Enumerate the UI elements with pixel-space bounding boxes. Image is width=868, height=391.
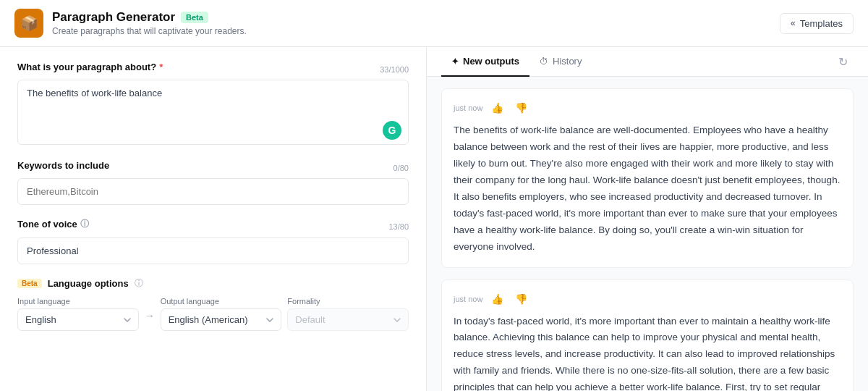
history-icon: ⏱ xyxy=(540,56,548,67)
app-icon: 📦 xyxy=(14,9,43,38)
required-indicator: * xyxy=(159,62,163,72)
tab-history[interactable]: ⏱ History xyxy=(529,47,592,77)
keywords-counter: 0/80 xyxy=(393,164,409,172)
formality-col: Formality Default Formal Informal xyxy=(287,297,409,331)
tone-label: Tone of voice ⓘ xyxy=(17,218,89,230)
lang-beta-badge: Beta xyxy=(17,279,42,288)
output-text-2: In today's fast-paced world, it's more i… xyxy=(454,314,841,392)
tone-info-icon[interactable]: ⓘ xyxy=(80,218,89,230)
app-header: 📦 Paragraph Generator Beta Create paragr… xyxy=(0,0,868,47)
new-outputs-icon: ✦ xyxy=(451,56,459,67)
formality-label: Formality xyxy=(287,297,409,306)
keywords-label: Keywords to include xyxy=(17,160,109,171)
lang-section-title: Language options xyxy=(48,278,129,289)
language-section: Beta Language options ⓘ Input language E… xyxy=(17,277,409,331)
output-lang-label: Output language xyxy=(161,297,282,306)
right-panel: ✦ New outputs ⏱ History ↻ just now 👍 👎 T… xyxy=(427,47,868,391)
thumbs-up-1[interactable]: 👍 xyxy=(488,101,506,115)
app-title-text: Paragraph Generator xyxy=(52,10,175,25)
output-block-1: just now 👍 👎 The benefits of work-life b… xyxy=(441,88,854,268)
lang-section-label: Beta Language options ⓘ xyxy=(17,277,409,290)
output-tabs: ✦ New outputs ⏱ History ↻ xyxy=(427,47,868,77)
header-subtitle: Create paragraphs that will captivate yo… xyxy=(52,26,247,36)
tab-history-label: History xyxy=(553,56,582,67)
grammarly-icon: G xyxy=(383,121,401,140)
tone-input[interactable] xyxy=(17,237,409,264)
output-time-2: just now xyxy=(454,295,482,303)
tab-new-outputs[interactable]: ✦ New outputs xyxy=(441,47,529,77)
chevron-left-icon: « xyxy=(791,18,796,28)
output-meta-2: just now 👍 👎 xyxy=(454,292,841,306)
header-left: 📦 Paragraph Generator Beta Create paragr… xyxy=(14,9,247,38)
refresh-icon[interactable]: ↻ xyxy=(833,49,854,75)
beta-badge: Beta xyxy=(181,12,208,23)
keywords-section: Keywords to include 0/80 xyxy=(17,160,409,205)
paragraph-textarea[interactable] xyxy=(17,80,409,145)
paragraph-label: What is your paragraph about? * xyxy=(17,62,163,72)
templates-label: Templates xyxy=(800,18,843,29)
formality-select[interactable]: Default Formal Informal xyxy=(287,308,409,331)
input-lang-select[interactable]: English Spanish French German xyxy=(17,308,139,331)
tone-counter: 13/80 xyxy=(388,222,409,231)
tone-section: Tone of voice ⓘ 13/80 xyxy=(17,218,409,264)
paragraph-counter: 33/1000 xyxy=(380,65,409,74)
outputs-content: just now 👍 👎 The benefits of work-life b… xyxy=(427,77,868,391)
main-layout: What is your paragraph about? * 33/1000 … xyxy=(0,47,868,391)
header-title-block: Paragraph Generator Beta Create paragrap… xyxy=(52,10,247,36)
output-time-1: just now xyxy=(454,104,482,112)
input-lang-label: Input language xyxy=(17,297,139,306)
input-lang-col: Input language English Spanish French Ge… xyxy=(17,297,139,331)
thumbs-down-1[interactable]: 👎 xyxy=(512,101,530,115)
output-meta-1: just now 👍 👎 xyxy=(454,101,841,115)
lang-info-icon[interactable]: ⓘ xyxy=(135,277,143,290)
templates-button[interactable]: « Templates xyxy=(780,13,854,34)
arrow-separator: → xyxy=(145,297,155,321)
keywords-input[interactable] xyxy=(17,178,409,205)
output-block-2: just now 👍 👎 In today's fast-paced world… xyxy=(441,279,854,392)
output-lang-col: Output language English (American) Engli… xyxy=(161,297,282,331)
lang-grid: Input language English Spanish French Ge… xyxy=(17,297,409,331)
thumbs-down-2[interactable]: 👎 xyxy=(512,292,530,306)
header-title: Paragraph Generator Beta xyxy=(52,10,247,25)
left-panel: What is your paragraph about? * 33/1000 … xyxy=(0,47,427,391)
output-text-1: The benefits of work-life balance are we… xyxy=(454,122,841,256)
paragraph-section: What is your paragraph about? * 33/1000 … xyxy=(17,62,409,147)
thumbs-up-2[interactable]: 👍 xyxy=(488,292,506,306)
output-lang-select[interactable]: English (American) English (British) Spa… xyxy=(161,308,282,331)
tab-new-outputs-label: New outputs xyxy=(463,56,519,67)
paragraph-textarea-wrap: G xyxy=(17,80,409,147)
